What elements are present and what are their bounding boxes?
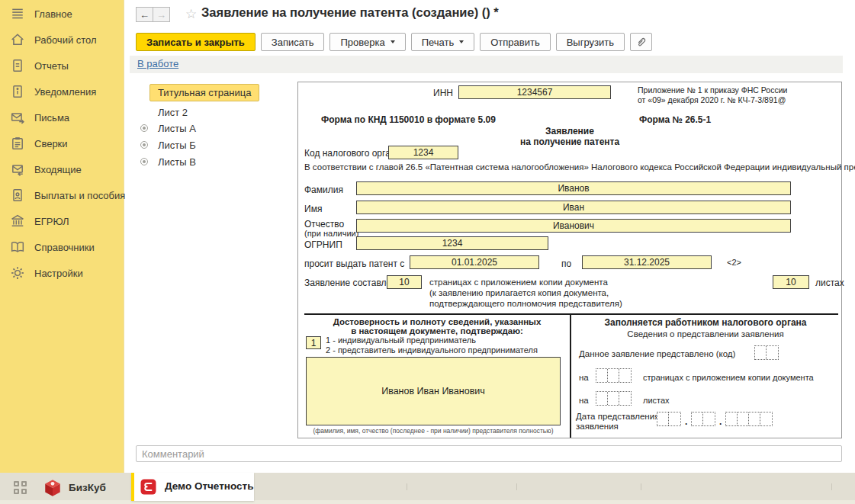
check-button[interactable]: Проверка	[329, 33, 405, 51]
group-bullet-icon	[140, 158, 148, 165]
confirm-title-2: в настоящем документе, подтверждаю:	[306, 326, 568, 335]
submitted-code-label: Данное заявление представлено (код)	[579, 349, 735, 358]
confirm-title-1: Достоверность и полноту сведений, указан…	[306, 317, 568, 326]
sidebar-item-desktop[interactable]: Рабочий стол	[11, 30, 121, 49]
official-subtitle: Сведения о представлении заявления	[573, 329, 838, 339]
lastname-input[interactable]	[356, 181, 791, 195]
save-button[interactable]: Записать	[261, 33, 325, 51]
tax-authority-label: Код налогового органа	[304, 148, 400, 159]
sidebar-item-notifications[interactable]: Уведомления	[11, 82, 121, 101]
page-title: Заявление на получение патента (создание…	[201, 5, 499, 20]
date-year-cells[interactable]	[725, 412, 773, 426]
save-and-close-button[interactable]: Записать и закрыть	[136, 33, 256, 51]
sidebar-item-label: Главное	[34, 8, 72, 20]
info-icon	[11, 85, 24, 98]
reporting-app-icon	[140, 479, 156, 495]
payments-icon	[11, 188, 24, 202]
official-on-pages-label: на	[579, 373, 589, 382]
patent-to-input[interactable]	[582, 255, 712, 269]
ogrnip-label: ОГРНИП	[304, 239, 342, 250]
official-sheets-cells[interactable]	[596, 391, 632, 406]
apps-grid-icon[interactable]	[14, 481, 27, 495]
status-strip: В работе	[130, 56, 843, 73]
patent-period-label: просит выдать патент с	[304, 258, 404, 269]
sidebar: Главное Рабочий стол Отчеты Уведомления …	[0, 0, 124, 473]
sidebar-item-label: ЕГРЮЛ	[34, 216, 69, 227]
sidebar-item-reconciliations[interactable]: Сверки	[11, 134, 121, 152]
official-title: Заполняется работником налогового органа	[573, 317, 838, 328]
inn-label: ИНН	[433, 88, 453, 98]
firstname-label: Имя	[304, 204, 322, 214]
doc-title-line1: Заявление	[318, 126, 821, 136]
sidebar-item-label: Письма	[34, 112, 69, 124]
pages-count-input[interactable]	[387, 275, 422, 289]
firstname-input[interactable]	[356, 201, 791, 214]
sidebar-item-settings[interactable]: Настройки	[11, 264, 121, 282]
date-day-cells[interactable]	[657, 412, 681, 426]
footnote-marker: <2>	[727, 258, 741, 267]
sidebar-item-label: Справочники	[34, 242, 95, 253]
group-bullet-icon	[140, 124, 148, 132]
sidebar-item-payments[interactable]: Выплаты и пособия	[11, 186, 121, 204]
export-button[interactable]: Выгрузить	[556, 33, 625, 51]
middlename-label: Отчество	[304, 219, 344, 230]
sidebar-item-label: Выплаты и пособия	[34, 190, 125, 201]
inn-input[interactable]	[458, 85, 611, 99]
submission-date-label-2: заявления	[576, 422, 619, 431]
tab-sheets-v[interactable]: Листы В	[158, 156, 196, 168]
taskbar: БизКуб Демо Отчетность	[0, 473, 855, 504]
bank-icon	[11, 214, 24, 228]
tab-sheets-a[interactable]: Листы А	[158, 123, 196, 134]
appendix-note: Приложение № 1 к приказу ФНС России от «…	[638, 85, 787, 105]
middlename-input[interactable]	[356, 219, 791, 233]
signature-hint: (фамилия, имя, отчество (последнее - при…	[306, 427, 561, 435]
sidebar-item-reports[interactable]: Отчеты	[11, 56, 121, 75]
sidebar-item-label: Сверки	[34, 138, 68, 149]
chevron-down-icon	[391, 40, 395, 43]
taskbar-app-name[interactable]: БизКуб	[69, 482, 106, 493]
status-link[interactable]: В работе	[137, 58, 178, 69]
official-pages-cells[interactable]	[596, 368, 632, 383]
submitted-code-cells[interactable]	[754, 345, 779, 360]
taskbar-tab-active[interactable]: Демо Отчетность	[131, 473, 254, 501]
signer-code-input[interactable]	[306, 336, 321, 349]
sidebar-item-directories[interactable]: Справочники	[11, 238, 121, 256]
attach-button[interactable]	[630, 33, 652, 51]
sidebar-item-letters[interactable]: Письма	[11, 108, 121, 127]
signature-name-box[interactable]: Иванов Иван Иванович	[306, 357, 561, 425]
tab-sheet-2[interactable]: Лист 2	[158, 107, 188, 118]
date-month-cells[interactable]	[691, 412, 715, 426]
sheets-label: листах	[815, 278, 844, 288]
sidebar-item-egrul[interactable]: ЕГРЮЛ	[11, 212, 121, 230]
sheets-count-input[interactable]	[773, 275, 809, 289]
group-bullet-icon	[140, 141, 148, 149]
favorite-star-icon[interactable]: ☆	[185, 6, 197, 22]
form-panel: ИНН Приложение № 1 к приказу ФНС России …	[297, 82, 842, 438]
sidebar-item-main[interactable]: Главное	[11, 5, 121, 23]
print-button[interactable]: Печать	[411, 33, 475, 51]
bizkub-logo-icon[interactable]	[43, 478, 63, 498]
patent-from-input[interactable]	[410, 255, 539, 269]
signer-option-2: 2 - представитель индивидуального предпр…	[326, 345, 538, 355]
clipboard-icon	[11, 136, 24, 150]
back-button[interactable]: ←	[136, 7, 153, 22]
composed-note-1: страницах с приложением копии документа	[429, 278, 608, 287]
knd-label: Форма по КНД 1150010 в формате 5.09	[321, 114, 496, 125]
tab-sheets-b[interactable]: Листы Б	[158, 140, 196, 151]
official-sheets-text: листах	[643, 396, 670, 405]
home-icon	[11, 33, 24, 47]
toolbar: Записать и закрыть Записать Проверка Печ…	[136, 33, 652, 51]
comment-input[interactable]	[136, 445, 842, 462]
section-divider-vertical	[570, 313, 571, 438]
paperclip-icon	[635, 37, 647, 48]
application-window: Главное Рабочий стол Отчеты Уведомления …	[0, 0, 855, 504]
composed-note-3: подтверждающего полномочия представителя…	[429, 299, 622, 308]
chevron-down-icon	[459, 40, 464, 43]
tax-authority-input[interactable]	[388, 146, 458, 159]
send-button[interactable]: Отправить	[480, 33, 550, 51]
forward-button[interactable]: →	[153, 7, 170, 22]
ogrnip-input[interactable]	[356, 236, 548, 250]
tab-title-page[interactable]: Титульная страница	[149, 84, 259, 101]
sidebar-item-inbox[interactable]: Входящие	[11, 160, 121, 178]
middlename-sublabel: (при наличии)	[304, 229, 358, 238]
